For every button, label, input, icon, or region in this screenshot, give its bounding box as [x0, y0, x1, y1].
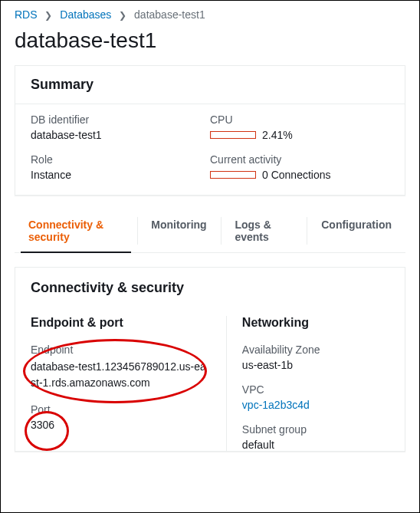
port-value: 3306 [31, 419, 211, 431]
db-identifier-value: database-test1 [31, 129, 210, 141]
db-identifier-label: DB identifier [31, 113, 210, 126]
endpoint-label: Endpoint [31, 344, 211, 356]
endpoint-port-header: Endpoint & port [31, 316, 211, 330]
summary-header: Summary [15, 66, 405, 104]
cpu-value: 2.41% [262, 129, 293, 141]
endpoint-port-section: Endpoint & port Endpoint database-test1.… [31, 316, 227, 451]
vpc-link[interactable]: vpc-1a2b3c4d [242, 399, 389, 411]
breadcrumb-rds-link[interactable]: RDS [15, 8, 38, 21]
connectivity-panel: Connectivity & security Endpoint & port … [15, 267, 405, 452]
cpu-meter [210, 131, 256, 139]
endpoint-value: database-test1.123456789012.us-east-1.rd… [31, 359, 211, 391]
az-label: Availability Zone [242, 344, 389, 356]
connectivity-header: Connectivity & security [15, 268, 405, 308]
page-title: database-test1 [1, 25, 419, 65]
vpc-label: VPC [242, 383, 389, 396]
breadcrumb: RDS ❯ Databases ❯ database-test1 [1, 1, 419, 25]
networking-header: Networking [242, 316, 389, 330]
cpu-label: CPU [210, 113, 389, 126]
role-value: Instance [31, 169, 210, 181]
tab-logs[interactable]: Logs & events [221, 209, 307, 252]
chevron-right-icon: ❯ [44, 10, 52, 21]
tab-configuration[interactable]: Configuration [307, 209, 405, 252]
subnet-value: default [242, 439, 389, 451]
breadcrumb-current: database-test1 [134, 8, 205, 21]
tab-bar: Connectivity & security Monitoring Logs … [15, 209, 405, 253]
activity-label: Current activity [210, 153, 389, 166]
tab-connectivity[interactable]: Connectivity & security [15, 209, 137, 252]
port-label: Port [31, 403, 211, 416]
az-value: us-east-1b [242, 359, 389, 371]
breadcrumb-databases-link[interactable]: Databases [60, 8, 111, 21]
tab-monitoring[interactable]: Monitoring [137, 209, 220, 252]
activity-value: 0 Connections [262, 169, 331, 181]
summary-panel: Summary DB identifier database-test1 Rol… [15, 65, 405, 196]
role-label: Role [31, 153, 210, 166]
chevron-right-icon: ❯ [119, 10, 126, 21]
subnet-label: Subnet group [242, 423, 389, 436]
activity-meter [210, 171, 256, 179]
networking-section: Networking Availability Zone us-east-1b … [227, 316, 389, 451]
